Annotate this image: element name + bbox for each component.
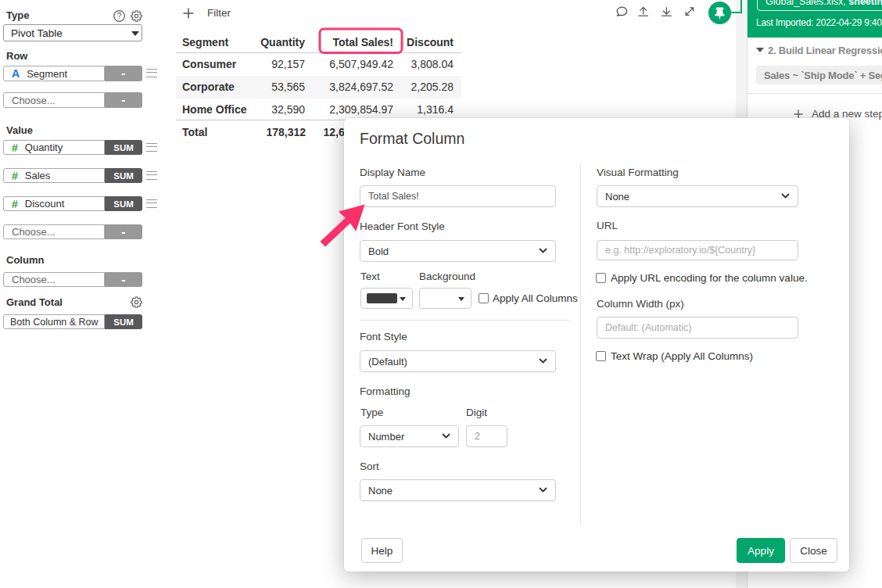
svg-text:?: ? <box>117 11 122 20</box>
